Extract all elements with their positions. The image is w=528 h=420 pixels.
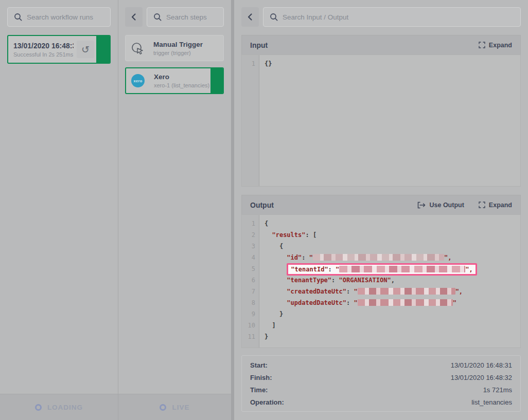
json-token: " xyxy=(336,266,339,273)
io-search-input[interactable] xyxy=(283,13,514,21)
live-label: LIVE xyxy=(172,404,189,411)
step-item-xero[interactable]: xero Xero xero-1 (list_tenancies) xyxy=(125,67,224,94)
expand-icon xyxy=(479,202,485,208)
io-back-button[interactable] xyxy=(241,7,259,27)
use-output-button[interactable]: Use Output xyxy=(417,202,464,209)
json-token: " xyxy=(453,299,456,306)
output-json-code: { "results": [ { "id": "", "tenantId": "… xyxy=(259,215,520,348)
io-panel: Input Expand 1 {} Output xyxy=(234,0,528,420)
search-icon xyxy=(270,13,278,21)
workflow-run-item[interactable]: 13/01/2020 16:48:30 Successful In 2s 251… xyxy=(7,35,111,64)
json-token xyxy=(265,288,287,295)
input-section: Input Expand 1 {} xyxy=(241,35,521,187)
json-key: "createdDateUtc" xyxy=(287,288,346,295)
io-search[interactable] xyxy=(263,7,521,27)
expand-label: Expand xyxy=(489,202,512,209)
json-token: ] xyxy=(272,322,275,329)
json-token xyxy=(265,265,287,272)
json-token: { xyxy=(279,243,283,250)
json-token xyxy=(265,254,287,261)
line-number: 11 xyxy=(242,331,255,342)
run-status-text: Successful In 2s 251ms xyxy=(13,51,74,58)
output-expand-button[interactable]: Expand xyxy=(479,202,512,209)
steps-back-button[interactable] xyxy=(125,7,143,27)
line-number: 1 xyxy=(242,218,255,229)
line-number: 9 xyxy=(242,308,255,320)
loading-label: LOADING xyxy=(47,404,83,411)
detail-label: Operation: xyxy=(250,398,284,406)
input-header: Input Expand xyxy=(241,35,521,54)
line-number: 8 xyxy=(242,297,255,308)
loading-spinner-icon xyxy=(35,404,42,411)
json-token: } xyxy=(265,333,268,340)
line-number: 3 xyxy=(242,241,255,252)
json-token: : xyxy=(328,266,336,273)
json-token: ", xyxy=(444,254,451,261)
manual-trigger-icon xyxy=(131,42,144,55)
workflow-runs-search-input[interactable] xyxy=(27,13,104,21)
workflow-runs-search[interactable] xyxy=(7,7,111,27)
step-item-manual-trigger[interactable]: Manual Trigger trigger (trigger) xyxy=(125,35,224,61)
json-token: , xyxy=(391,277,395,284)
search-icon xyxy=(14,13,22,21)
input-line-numbers: 1 xyxy=(242,55,259,186)
redacted-tenant-id-value xyxy=(339,266,465,272)
use-output-icon xyxy=(417,202,426,209)
step-success-strip xyxy=(210,68,223,93)
steps-status-bar: LIVE xyxy=(118,394,231,420)
run-details-panel: Start: 13/01/2020 16:48:31 Finish: 13/01… xyxy=(241,355,521,412)
retry-icon: ↺ xyxy=(81,45,90,54)
line-number: 7 xyxy=(242,286,255,297)
json-token: " xyxy=(354,299,357,306)
json-key: "results" xyxy=(272,231,305,239)
json-token xyxy=(265,299,287,306)
detail-value: 1s 721ms xyxy=(483,386,512,394)
json-token: ", xyxy=(465,266,472,273)
detail-row-operation: Operation: list_tenancies xyxy=(250,398,512,406)
input-json-editor[interactable]: 1 {} xyxy=(241,54,521,187)
output-json-editor[interactable]: 1 2 3 4 5 6 7 8 9 10 11 { "results": [ {… xyxy=(241,214,521,348)
runs-status-bar: LOADING xyxy=(0,394,118,420)
input-title: Input xyxy=(250,41,268,49)
json-token xyxy=(265,311,279,318)
workflow-runs-panel: 13/01/2020 16:48:30 Successful In 2s 251… xyxy=(0,0,118,420)
run-success-strip xyxy=(96,36,110,63)
steps-search-input[interactable] xyxy=(166,13,217,21)
step-title: Manual Trigger xyxy=(153,41,221,48)
line-number: 6 xyxy=(242,275,255,286)
json-token: " xyxy=(354,288,357,295)
detail-row-start: Start: 13/01/2020 16:48:31 xyxy=(250,361,512,369)
input-expand-button[interactable]: Expand xyxy=(479,42,512,49)
tenant-id-highlight: "tenantId": "", xyxy=(287,263,477,276)
expand-icon xyxy=(479,42,485,48)
chevron-left-icon xyxy=(247,13,253,21)
detail-value: 13/01/2020 16:48:32 xyxy=(451,374,512,381)
json-token: " xyxy=(309,254,313,261)
detail-row-time: Time: 1s 721ms xyxy=(250,386,512,394)
detail-value: list_tenancies xyxy=(471,398,512,406)
output-line-numbers: 1 2 3 4 5 6 7 8 9 10 11 xyxy=(242,215,259,348)
json-token xyxy=(265,231,272,239)
use-output-label: Use Output xyxy=(429,202,464,209)
steps-search[interactable] xyxy=(147,7,224,27)
detail-value: 13/01/2020 16:48:31 xyxy=(451,361,512,369)
step-subtitle: trigger (trigger) xyxy=(153,50,221,56)
step-subtitle: xero-1 (list_tenancies) xyxy=(154,82,208,88)
line-number: 10 xyxy=(242,320,255,331)
detail-label: Start: xyxy=(250,361,268,369)
json-key: "tenantType" xyxy=(287,277,331,284)
json-value: "ORGANISATION" xyxy=(339,277,391,284)
steps-panel: Manual Trigger trigger (trigger) xero Xe… xyxy=(118,0,234,420)
line-number: 4 xyxy=(242,252,255,263)
detail-row-finish: Finish: 13/01/2020 16:48:32 xyxy=(250,374,512,381)
json-token xyxy=(265,243,279,250)
json-token: : xyxy=(346,288,354,295)
json-token: { xyxy=(265,220,268,227)
rerun-button[interactable]: ↺ xyxy=(77,41,94,58)
xero-logo-text: xero xyxy=(131,74,145,87)
search-icon xyxy=(153,13,162,21)
line-number: 1 xyxy=(242,58,255,69)
line-number: 5 xyxy=(242,263,255,275)
detail-label: Time: xyxy=(250,386,268,394)
json-token: : xyxy=(302,254,309,261)
